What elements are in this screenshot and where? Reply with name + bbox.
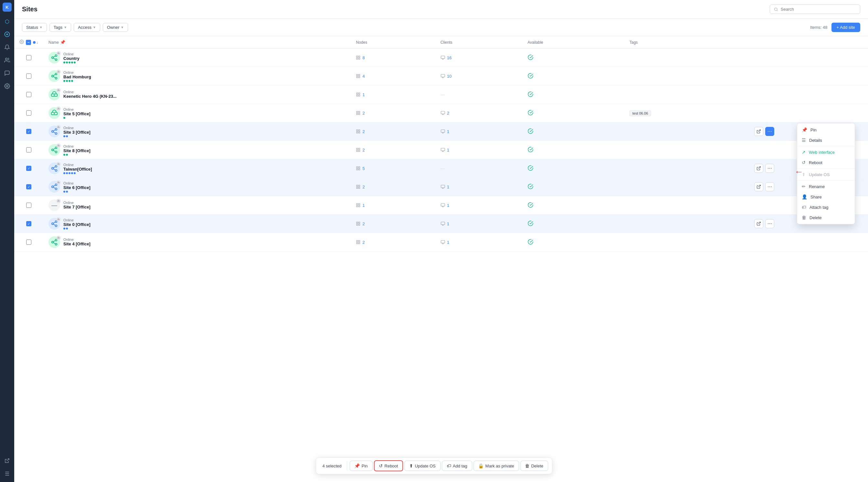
- more-options-button[interactable]: ⋯: [765, 145, 774, 154]
- sidebar-item-group[interactable]: [1, 54, 13, 66]
- more-options-button[interactable]: ⋯: [765, 182, 774, 191]
- add-tag-btn[interactable]: 🏷 Add tag: [442, 461, 472, 471]
- sidebar-item-topology[interactable]: ⬡: [1, 16, 13, 27]
- delete-btn[interactable]: 🗑 Delete: [520, 461, 548, 471]
- checkbox-cell[interactable]: ✓: [14, 122, 43, 141]
- access-filter[interactable]: Access ▼: [74, 23, 100, 32]
- context-menu-item-details[interactable]: ☰ Details: [797, 135, 855, 145]
- open-external-button[interactable]: [754, 72, 763, 81]
- more-options-button[interactable]: ⋯: [765, 164, 774, 173]
- th-tags: Tags: [624, 36, 749, 49]
- checkbox-cell[interactable]: [14, 104, 43, 122]
- context-menu-item-web-interface[interactable]: ↗ Web interface: [797, 147, 855, 157]
- row-checkbox[interactable]: ✓: [26, 184, 31, 189]
- context-menu-item-attach-tag[interactable]: 🏷 Attach tag: [797, 202, 855, 212]
- search-box[interactable]: [770, 4, 860, 14]
- tags-filter[interactable]: Tags ▼: [50, 23, 71, 32]
- open-external-button[interactable]: [754, 127, 763, 136]
- checkbox-cell[interactable]: ✓: [14, 178, 43, 196]
- row-checkbox[interactable]: [26, 110, 31, 116]
- open-external-button[interactable]: [754, 90, 763, 99]
- row-checkbox[interactable]: [26, 92, 31, 97]
- open-external-button[interactable]: [754, 201, 763, 210]
- separator: [346, 461, 347, 470]
- open-external-button[interactable]: [754, 219, 763, 228]
- name-cell: Online Site 5 [Office]: [43, 104, 351, 122]
- sort-down-icon[interactable]: ↓: [36, 40, 38, 45]
- site-status: Online: [63, 201, 91, 205]
- row-checkbox[interactable]: [26, 203, 31, 208]
- open-external-button[interactable]: [754, 237, 763, 247]
- context-menu-item-reboot[interactable]: ↺ Reboot: [797, 157, 855, 168]
- sidebar-item-menu[interactable]: ☰: [1, 468, 13, 479]
- status-filter[interactable]: Status ▼: [22, 23, 47, 32]
- row-checkbox[interactable]: ✓: [26, 129, 31, 134]
- open-external-button[interactable]: [754, 109, 763, 117]
- checkbox-cell[interactable]: [14, 67, 43, 85]
- row-checkbox[interactable]: [26, 74, 31, 79]
- site-icon-overlay: [56, 88, 61, 92]
- sidebar-item-bell[interactable]: [1, 41, 13, 53]
- more-options-button[interactable]: ⋯: [765, 109, 774, 117]
- pin-btn[interactable]: 📌 Pin: [349, 461, 372, 471]
- row-checkbox[interactable]: [26, 147, 31, 152]
- search-input[interactable]: [781, 7, 856, 12]
- clients-cell-wrap: 1: [435, 122, 522, 141]
- svg-rect-44: [359, 93, 360, 94]
- row-checkbox[interactable]: ✓: [26, 221, 31, 226]
- svg-point-50: [58, 108, 59, 109]
- sidebar-item-vpn[interactable]: [1, 28, 13, 40]
- context-menu-item-delete[interactable]: 🗑 Delete: [797, 212, 855, 223]
- site-name: Taiwan[Office]: [63, 167, 92, 172]
- open-external-button[interactable]: [754, 164, 763, 173]
- reboot-btn-icon: ↺: [379, 463, 383, 469]
- open-external-button[interactable]: [754, 182, 763, 191]
- checkbox-cell[interactable]: ✓: [14, 215, 43, 233]
- sidebar-item-settings[interactable]: [1, 80, 13, 92]
- context-menu-item-share[interactable]: 👤 Share: [797, 192, 855, 202]
- svg-rect-54: [359, 111, 360, 113]
- checkbox-cell[interactable]: [14, 233, 43, 252]
- update-os-btn[interactable]: ⬆ Update OS: [404, 461, 440, 471]
- th-actions: [749, 36, 868, 49]
- sidebar-item-export[interactable]: [1, 455, 13, 466]
- svg-rect-141: [356, 222, 358, 223]
- checkbox-cell[interactable]: [14, 196, 43, 215]
- sidebar-item-chat[interactable]: [1, 67, 13, 79]
- open-external-button[interactable]: [754, 145, 763, 154]
- more-options-button[interactable]: ⋯: [765, 72, 774, 81]
- owner-filter[interactable]: Owner ▼: [103, 23, 128, 32]
- column-settings-icon[interactable]: [20, 39, 24, 45]
- svg-rect-72: [356, 132, 358, 133]
- toolbar-right: Items: 48 + Add site: [810, 23, 860, 32]
- context-menu-item-rename[interactable]: ✏ Rename: [797, 181, 855, 192]
- row-checkbox[interactable]: [26, 55, 31, 60]
- nodes-cell: 2: [356, 221, 430, 226]
- checkbox-cell[interactable]: [14, 85, 43, 104]
- site-info: Online Site 4 [Office]: [63, 237, 91, 247]
- site-icon: [49, 70, 60, 82]
- checkbox-cell[interactable]: [14, 141, 43, 159]
- more-options-button[interactable]: ⋯: [765, 127, 774, 136]
- row-checkbox[interactable]: [26, 239, 31, 245]
- more-options-button[interactable]: ⋯: [765, 53, 774, 62]
- add-site-button[interactable]: + Add site: [832, 23, 860, 32]
- context-menu-item-pin[interactable]: 📌 Pin: [797, 124, 855, 135]
- reboot-btn[interactable]: ↺ Reboot: [374, 460, 403, 471]
- svg-line-4: [777, 10, 777, 11]
- row-checkbox[interactable]: ✓: [26, 166, 31, 171]
- pin-column-icon[interactable]: 📌: [60, 40, 65, 45]
- more-options-button[interactable]: ⋯: [765, 219, 774, 228]
- select-all-checkbox[interactable]: −: [26, 40, 31, 45]
- more-options-button[interactable]: ⋯: [765, 201, 774, 210]
- selected-count: 4 selected: [320, 463, 344, 469]
- open-external-button[interactable]: [754, 53, 763, 62]
- site-icon: [49, 236, 60, 248]
- checkbox-cell[interactable]: ✓: [14, 159, 43, 178]
- mark-private-btn[interactable]: 🔒 Mark as private: [473, 461, 519, 471]
- more-options-button[interactable]: ⋯: [765, 237, 774, 247]
- more-options-button[interactable]: ⋯: [765, 90, 774, 99]
- svg-point-111: [58, 181, 59, 182]
- svg-line-109: [53, 187, 55, 189]
- checkbox-cell[interactable]: [14, 49, 43, 67]
